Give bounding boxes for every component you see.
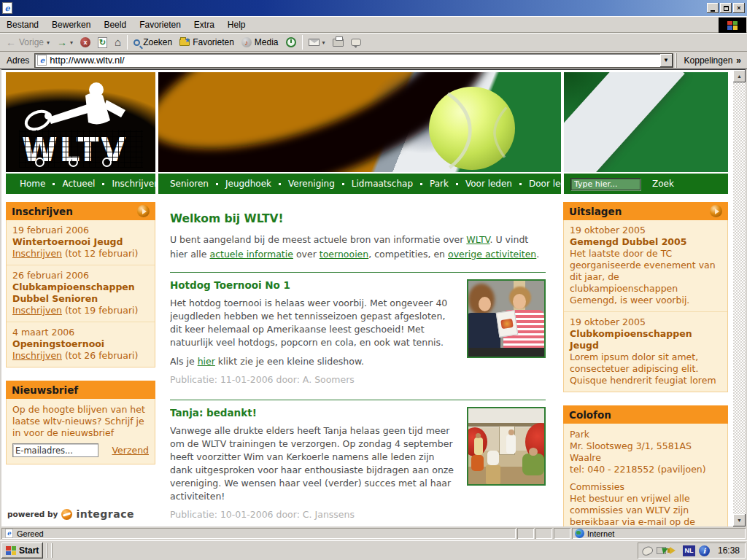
back-dropdown-icon[interactable]: ▾ <box>47 39 50 46</box>
vertical-scrollbar[interactable]: ▲ ▼ <box>733 70 746 526</box>
menu-item-extra[interactable]: Extra <box>187 18 221 32</box>
tray-language-indicator[interactable]: NL <box>683 545 695 556</box>
uitslagen-box: Uitslagen 19 oktober 2005 Gemengd Dubbel… <box>563 202 728 392</box>
nav-item-lidmaatschap[interactable]: Lidmaatschap <box>350 179 414 189</box>
windows-logo-throbber <box>719 18 746 33</box>
overige-activiteiten-link[interactable]: overige activiteiten <box>448 249 536 260</box>
nav-separator-dot <box>53 183 55 185</box>
mail-dropdown-icon[interactable]: ▾ <box>322 39 325 46</box>
refresh-button[interactable]: ↻ <box>94 34 111 51</box>
powered-by-label: powered by <box>7 510 58 518</box>
stop-icon: x <box>80 37 90 47</box>
menu-item-bewerken[interactable]: Bewerken <box>45 18 97 32</box>
forward-dropdown-icon[interactable]: ▾ <box>70 39 73 46</box>
slideshow-link[interactable]: hier <box>198 356 215 367</box>
favorites-button[interactable]: ★ Favorieten <box>176 34 238 51</box>
scroll-up-icon: ▲ <box>737 74 742 79</box>
toolbar-separator <box>127 35 128 50</box>
media-button[interactable]: ♪ Media <box>238 34 282 51</box>
search-button[interactable]: Zoeken <box>130 34 176 51</box>
article-extra-text: Als je <box>170 356 198 367</box>
menu-item-favorieten[interactable]: Favorieten <box>133 18 187 32</box>
inschrijven-item: 26 februari 2006 Clubkampioenschappen Du… <box>7 265 155 322</box>
stop-button[interactable]: x <box>77 34 94 51</box>
address-input[interactable] <box>50 55 657 66</box>
nav-item-jeugdhoek[interactable]: Jeugdhoek <box>224 179 273 189</box>
quicklaunch-separator <box>46 543 48 558</box>
address-label: Adres <box>1 55 34 66</box>
links-toolbar[interactable]: Koppelingen » <box>676 53 746 68</box>
tennis-ball-icon <box>429 87 515 170</box>
tray-volume-icon[interactable] <box>670 547 679 554</box>
tray-mouse-icon[interactable] <box>640 545 654 556</box>
history-icon <box>286 37 296 47</box>
tennis-ball-mini-icon <box>69 158 78 167</box>
email-field[interactable] <box>12 443 98 457</box>
discuss-button[interactable] <box>347 34 365 51</box>
menu-item-beeld[interactable]: Beeld <box>97 18 133 32</box>
wltv-link[interactable]: WLTV <box>466 234 489 245</box>
article-photo-terras[interactable] <box>467 407 546 486</box>
menu-item-help[interactable]: Help <box>221 18 252 32</box>
status-zone-pane: Internet <box>572 528 746 539</box>
intro-text: . <box>536 249 539 260</box>
article-photo-hotdog[interactable] <box>467 279 546 358</box>
scroll-down-button[interactable]: ▼ <box>733 514 746 526</box>
nav-item-inschrijven[interactable]: Inschrijven <box>110 179 160 189</box>
banner-court-right-photo <box>564 72 728 172</box>
menu-item-bestand[interactable]: Bestand <box>0 18 45 32</box>
scroll-up-button[interactable]: ▲ <box>733 70 746 82</box>
wltv-logo-banner: WLTV <box>6 72 155 172</box>
taskbar-clock[interactable]: 16:38 <box>718 545 740 556</box>
close-button[interactable]: × <box>733 3 745 13</box>
integrace-brand[interactable]: integrace <box>76 508 134 520</box>
inschrijven-arrow-button[interactable] <box>137 205 150 217</box>
publication-line: Publicatie: 10-01-2006 door: C. Janssens <box>170 509 546 520</box>
nav-item-senioren[interactable]: Senioren <box>169 179 210 189</box>
history-button[interactable] <box>282 34 300 51</box>
tray-info-icon[interactable]: i <box>699 545 710 556</box>
actuele-informatie-link[interactable]: actuele informatie <box>209 249 293 260</box>
banner-court-photo <box>158 72 561 172</box>
start-button[interactable]: Start <box>1 542 43 559</box>
tray-update-icon[interactable] <box>657 547 666 554</box>
sidebar-right: Uitslagen 19 oktober 2005 Gemengd Dubbel… <box>563 202 728 526</box>
nav-section-search: Zoek <box>564 174 728 194</box>
site-search-button[interactable]: Zoek <box>652 179 674 189</box>
nav-item-voor-leden[interactable]: Voor leden <box>464 179 514 189</box>
nav-separator-dot <box>456 183 458 185</box>
park-phone: tel: 040 - 2218552 (paviljoen) <box>570 464 706 475</box>
nav-separator-dot <box>420 183 422 185</box>
back-button[interactable]: ← Vorige ▾ <box>2 34 53 51</box>
address-input-box[interactable]: e ▼ <box>34 53 673 68</box>
divider <box>170 272 546 273</box>
print-icon <box>333 39 344 47</box>
inschrijven-link[interactable]: Inschrijven <box>12 305 62 316</box>
nav-item-home[interactable]: Home <box>18 179 47 189</box>
inschrijven-box-title: Inschrijven <box>12 206 73 217</box>
restore-button[interactable] <box>720 3 732 13</box>
nav-item-actueel[interactable]: Actueel <box>61 179 96 189</box>
forward-button[interactable]: → ▾ <box>53 34 77 51</box>
inschrijven-link[interactable]: Inschrijven <box>12 248 62 259</box>
uitslagen-arrow-button[interactable] <box>710 205 722 217</box>
site-search-input[interactable] <box>570 178 640 190</box>
uitslag-title: Clubkompioenschappen Jeugd <box>570 328 692 351</box>
mail-button[interactable]: ▾ <box>305 34 329 51</box>
event-date: 26 februari 2006 <box>12 270 89 281</box>
nav-item-vereniging[interactable]: Vereniging <box>287 179 336 189</box>
home-button[interactable]: ⌂ <box>111 34 125 51</box>
toernooien-link[interactable]: toernooien <box>320 249 368 260</box>
address-dropdown-button[interactable]: ▼ <box>660 54 673 67</box>
nav-item-park[interactable]: Park <box>428 179 450 189</box>
minimize-button[interactable] <box>707 3 719 13</box>
inschrijven-link[interactable]: Inschrijven <box>12 350 62 361</box>
chevron-more-icon[interactable]: » <box>736 55 741 66</box>
chevron-down-icon: ▼ <box>663 57 669 63</box>
window-titlebar[interactable]: e × <box>0 0 747 16</box>
print-button[interactable] <box>329 34 347 51</box>
intro-text: U bent aangeland bij de meest actuele br… <box>170 234 466 245</box>
verzend-link[interactable]: Verzend <box>112 445 149 456</box>
status-pane-empty <box>517 528 534 539</box>
arrow-right-icon <box>715 209 719 214</box>
